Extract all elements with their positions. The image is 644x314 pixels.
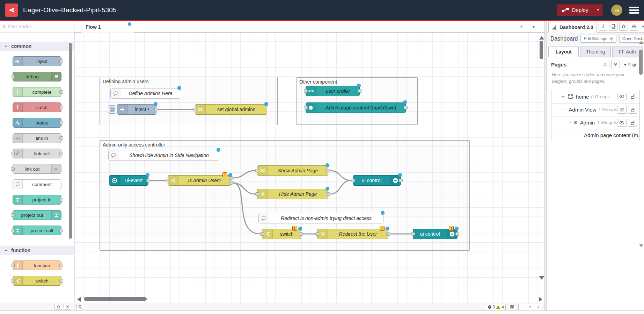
search-flows-button[interactable] xyxy=(76,304,84,310)
palette-node-project-call[interactable]: project call xyxy=(13,226,61,235)
output-port[interactable] xyxy=(59,198,63,201)
palette-node-switch[interactable]: switch xyxy=(13,276,61,286)
palette-node-link-out[interactable]: link out xyxy=(13,164,61,174)
zoom-reset-button[interactable]: ○ xyxy=(526,304,534,310)
input-port[interactable] xyxy=(11,229,15,232)
tree-row-admin-page-content[interactable]: Admin page content (m... xyxy=(551,129,639,141)
sidebar-scrollbar[interactable] xyxy=(639,34,643,311)
deploy-button[interactable]: Deploy ▾ xyxy=(557,4,603,16)
output-port[interactable] xyxy=(59,152,63,155)
output-port[interactable] xyxy=(59,279,63,283)
tab-theming[interactable]: Theming xyxy=(580,47,610,57)
input-port[interactable] xyxy=(11,264,15,267)
tab-ff-auth[interactable]: FF Auth xyxy=(612,47,643,57)
scroll-left-arrow[interactable] xyxy=(77,297,81,302)
output-port[interactable] xyxy=(59,106,63,109)
help-tab-button[interactable] xyxy=(609,22,618,31)
output-port[interactable] xyxy=(59,229,63,232)
output-port[interactable] xyxy=(455,232,459,236)
node-comment-show-hide-admin[interactable]: Show/Hide Admin in Side Navigation xyxy=(108,150,219,160)
output-port[interactable] xyxy=(399,179,403,182)
input-port[interactable] xyxy=(11,152,15,155)
input-port[interactable] xyxy=(11,279,15,283)
chevron-down-icon[interactable] xyxy=(561,108,562,112)
palette-node-comment[interactable]: comment xyxy=(13,179,61,189)
node-user-profile[interactable]: </> user profile xyxy=(306,86,360,96)
flow-list-caret[interactable]: ▾ xyxy=(533,24,535,29)
palette-node-project-out[interactable]: project out xyxy=(13,210,61,220)
palette-node-complete[interactable]: ! complete xyxy=(13,87,61,97)
vertical-scroll-thumb[interactable] xyxy=(540,41,543,59)
deploy-options-caret[interactable]: ▾ xyxy=(593,5,602,16)
output-port[interactable] xyxy=(59,264,63,267)
collapse-all-button[interactable] xyxy=(601,61,609,68)
node-set-global-admins[interactable]: set global.admins xyxy=(195,104,267,115)
output-port[interactable] xyxy=(404,106,408,109)
input-port[interactable] xyxy=(255,169,259,172)
palette-node-debug[interactable]: debug xyxy=(13,72,61,81)
input-port[interactable] xyxy=(351,179,355,182)
palette-scrollbar[interactable] xyxy=(69,43,72,239)
output-port[interactable] xyxy=(386,232,390,236)
output-port[interactable] xyxy=(146,179,150,182)
canvas-vertical-scrollbar[interactable] xyxy=(539,33,544,303)
canvas-horizontal-scrollbar[interactable] xyxy=(74,297,544,301)
notifications-counter-button[interactable]: 0 4 xyxy=(486,304,506,310)
palette-node-function[interactable]: f function xyxy=(13,261,61,270)
input-port[interactable] xyxy=(11,75,15,78)
input-port[interactable] xyxy=(166,179,170,182)
tree-row-admin-group[interactable]: Admin 1 Widgets xyxy=(551,116,639,129)
input-port[interactable] xyxy=(411,232,415,236)
node-redirect-the-user[interactable]: Redirect the User ! xyxy=(317,229,388,239)
output-port-2[interactable] xyxy=(229,181,233,185)
output-port[interactable] xyxy=(154,108,158,111)
node-show-admin-page[interactable]: Show Admin Page xyxy=(257,165,328,176)
visibility-toggle-button[interactable] xyxy=(617,119,627,127)
input-port[interactable] xyxy=(11,213,15,217)
horizontal-scroll-thumb[interactable] xyxy=(84,297,147,301)
palette-node-inject[interactable]: inject xyxy=(13,56,61,66)
tree-row-home[interactable]: home 0 Groups xyxy=(551,90,639,103)
node-switch[interactable]: switch ! xyxy=(262,229,301,239)
palette-node-status[interactable]: status xyxy=(13,118,61,128)
node-comment-define-admins[interactable]: Define Admins Here xyxy=(110,88,180,99)
node-is-admin-user[interactable]: Is Admin User? ! xyxy=(168,175,231,186)
tab-dashboard-2[interactable]: Dashboard 2.0 xyxy=(548,22,597,33)
lock-toggle-button[interactable] xyxy=(628,119,637,127)
node-inject[interactable]: inject ¹ xyxy=(117,104,156,115)
output-port[interactable] xyxy=(299,232,303,236)
flow-canvas[interactable]: Defining admin users Other component Adm… xyxy=(74,33,544,303)
palette-category-function[interactable]: function xyxy=(0,246,74,255)
visibility-toggle-button[interactable] xyxy=(617,93,627,100)
palette-node-link-in[interactable]: link in xyxy=(13,133,61,143)
tab-layout[interactable]: Layout xyxy=(548,47,579,57)
palette-node-link-call[interactable]: link call xyxy=(13,149,61,158)
palette-search[interactable] xyxy=(0,21,74,33)
output-port[interactable] xyxy=(326,169,330,172)
debug-tab-button[interactable] xyxy=(619,22,628,31)
inject-button[interactable] xyxy=(108,105,116,114)
lock-toggle-button[interactable] xyxy=(628,106,637,114)
scroll-down-arrow[interactable] xyxy=(639,244,643,247)
node-hide-admin-page[interactable]: Hide Admin Page xyxy=(257,189,328,199)
scroll-up-arrow[interactable] xyxy=(539,36,544,40)
info-tab-button[interactable]: i xyxy=(599,22,607,31)
palette-node-catch[interactable]: ! catch xyxy=(13,102,61,112)
navigator-button[interactable] xyxy=(508,304,516,310)
input-port[interactable] xyxy=(304,106,308,109)
output-port[interactable] xyxy=(59,121,63,124)
edit-settings-button[interactable]: Edit Settings xyxy=(580,35,616,43)
user-avatar[interactable]: su xyxy=(611,5,622,16)
lock-toggle-button[interactable] xyxy=(628,93,637,100)
node-admin-page-content[interactable]: Admin page content (markdown) xyxy=(306,102,406,113)
palette-category-common[interactable]: common xyxy=(0,42,74,51)
palette-collapse-all-button[interactable] xyxy=(54,304,62,310)
scroll-right-arrow[interactable] xyxy=(539,297,542,302)
add-flow-button[interactable]: + xyxy=(520,23,524,30)
output-port[interactable] xyxy=(59,136,63,140)
output-port[interactable] xyxy=(59,59,63,63)
scroll-up-arrow[interactable] xyxy=(639,41,643,44)
chevron-down-icon[interactable] xyxy=(570,121,572,124)
node-ui-control-2[interactable]: ui control ! xyxy=(413,229,458,239)
input-port[interactable] xyxy=(260,232,264,236)
